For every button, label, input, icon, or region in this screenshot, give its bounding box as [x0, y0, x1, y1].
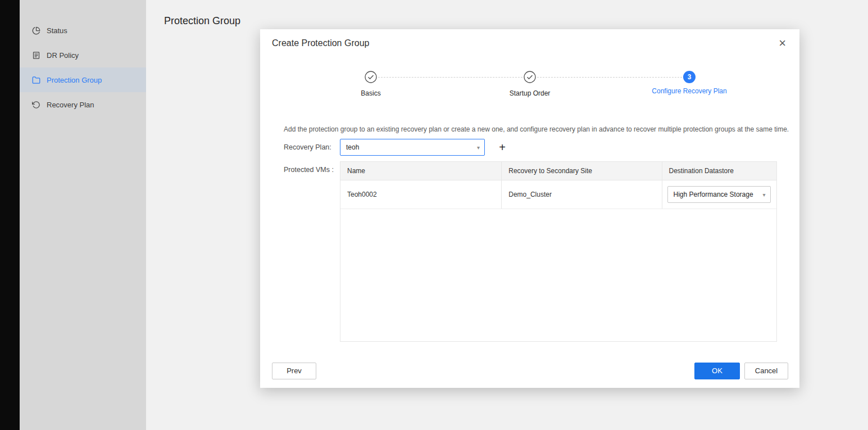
dr-policy-icon: [32, 51, 40, 60]
recovery-plan-label: Recovery Plan:: [284, 143, 331, 151]
table-row: Teoh0002 Demo_Cluster High Performance S…: [340, 180, 776, 209]
protected-vms-table: Name Recovery to Secondary Site Destinat…: [340, 161, 777, 342]
app-rail: [0, 0, 20, 430]
chevron-down-icon: ▾: [477, 144, 480, 151]
column-header-destination-datastore: Destination Datastore: [662, 162, 776, 180]
sidebar-item-dr-policy[interactable]: DR Policy: [20, 43, 146, 67]
step-basics[interactable]: Basics: [315, 71, 427, 97]
sidebar-item-status[interactable]: Status: [20, 18, 146, 43]
table-header-row: Name Recovery to Secondary Site Destinat…: [340, 162, 776, 180]
close-icon[interactable]: ×: [776, 35, 788, 52]
dialog-title: Create Protection Group: [272, 38, 369, 48]
sidebar-item-label: DR Policy: [47, 51, 79, 60]
vm-datastore-cell: High Performance Storage ▾: [662, 180, 776, 209]
step-configure-recovery-plan[interactable]: 3 Configure Recovery Plan: [633, 71, 746, 95]
step-label: Configure Recovery Plan: [633, 87, 746, 95]
sidebar-item-recovery-plan[interactable]: Recovery Plan: [20, 92, 146, 117]
status-icon: [32, 26, 40, 35]
vm-recovery-site-cell: Demo_Cluster: [502, 180, 662, 209]
vm-name-cell: Teoh0002: [340, 180, 502, 209]
column-header-name: Name: [340, 162, 502, 180]
recovery-plan-select[interactable]: teoh ▾: [340, 139, 485, 156]
prev-button[interactable]: Prev: [272, 363, 316, 379]
destination-datastore-select[interactable]: High Performance Storage ▾: [667, 186, 771, 203]
step-label: Startup Order: [474, 89, 586, 97]
cancel-button[interactable]: Cancel: [744, 363, 788, 379]
step-done-check-icon: [524, 71, 536, 83]
step-label: Basics: [315, 89, 427, 97]
sidebar-item-label: Status: [47, 26, 67, 35]
sidebar-item-protection-group[interactable]: Protection Group: [20, 67, 146, 92]
step-done-check-icon: [365, 71, 377, 83]
protection-group-icon: [32, 76, 40, 84]
ok-button[interactable]: OK: [694, 363, 740, 379]
protected-vms-label: Protected VMs :: [284, 166, 334, 174]
step-startup-order[interactable]: Startup Order: [474, 71, 586, 97]
wizard-description: Add the protection group to an existing …: [284, 125, 789, 133]
step-number-badge: 3: [683, 71, 696, 83]
sidebar: Status DR Policy Protection Group Recove…: [20, 0, 146, 430]
recovery-plan-icon: [32, 101, 40, 109]
chevron-down-icon: ▾: [762, 192, 765, 198]
sidebar-item-label: Protection Group: [47, 76, 102, 84]
page-title: Protection Group: [164, 15, 240, 27]
recovery-plan-value: teoh: [346, 143, 359, 151]
create-protection-group-dialog: Create Protection Group × Basics Startup…: [260, 29, 799, 388]
datastore-value: High Performance Storage: [674, 191, 753, 198]
sidebar-item-label: Recovery Plan: [47, 101, 94, 109]
add-recovery-plan-button[interactable]: +: [494, 139, 510, 155]
column-header-recovery-site: Recovery to Secondary Site: [502, 162, 662, 180]
